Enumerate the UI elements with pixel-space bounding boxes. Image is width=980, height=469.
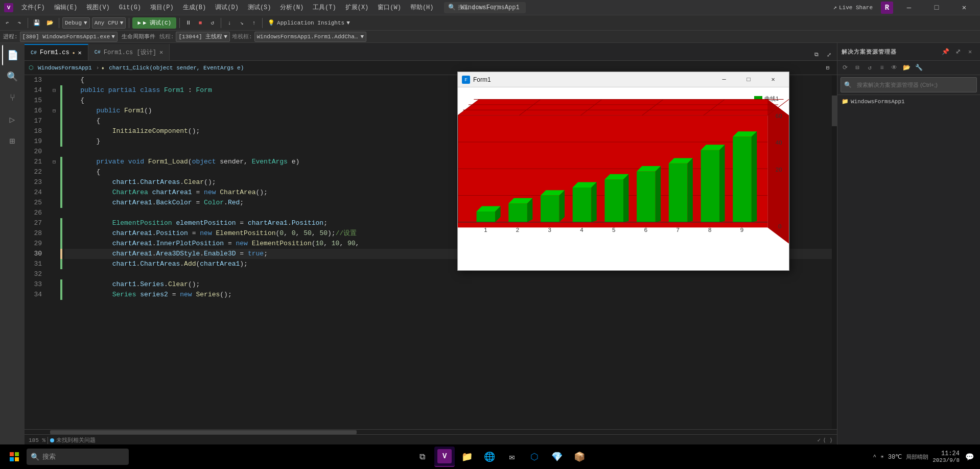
live-share-button[interactable]: ↗ Live Share xyxy=(829,3,877,12)
app-icon: V xyxy=(4,3,13,12)
menu-file[interactable]: 文件(F) xyxy=(17,2,49,13)
method-dropdown[interactable]: chart1_Click(object sender, EventArgs e) xyxy=(107,64,246,72)
stop-button[interactable]: ■ xyxy=(195,17,205,29)
menu-help[interactable]: 帮助(H) xyxy=(406,2,438,13)
chart-svg: 60 40 20 0 xyxy=(458,87,789,266)
weather-desc: 局部晴朗 xyxy=(906,453,928,461)
refresh-button[interactable]: ↺ xyxy=(864,62,875,74)
debug-config-dropdown[interactable]: Debug ▼ xyxy=(62,17,90,29)
class-dropdown[interactable]: WindowsFormsApp1 xyxy=(36,64,94,72)
lifecycle-button[interactable]: 生命周期事件 xyxy=(120,33,157,40)
undo-button[interactable]: ↶ xyxy=(2,17,12,29)
menu-test[interactable]: 测试(S) xyxy=(244,2,275,13)
x-label-2: 2 xyxy=(516,227,519,233)
devenv-taskbar-icon[interactable]: 💎 xyxy=(547,447,567,467)
search-activity-icon[interactable]: 🔍 xyxy=(2,66,22,87)
tab-designer-close[interactable]: ✕ xyxy=(159,49,163,56)
system-tray-expand[interactable]: ^ xyxy=(873,454,877,460)
notification-center-button[interactable]: 💬 xyxy=(964,451,976,463)
panel-unpin-button[interactable]: 📌 xyxy=(940,46,951,57)
maximize-editor-button[interactable]: ⤢ xyxy=(824,49,834,60)
taskbar-search[interactable]: 🔍 搜索 xyxy=(27,449,129,465)
run-activity-icon[interactable]: ▷ xyxy=(2,109,22,130)
step-over-button[interactable]: ↓ xyxy=(224,17,235,29)
form1-minimize-button[interactable]: — xyxy=(712,74,736,86)
collapse-button[interactable]: ⊟ xyxy=(852,62,863,74)
redo-button[interactable]: ↷ xyxy=(14,17,25,29)
extensions-icon[interactable]: ⊞ xyxy=(2,131,22,151)
gutter-24 xyxy=(50,187,58,198)
gutter-21[interactable]: ⊟ xyxy=(50,157,58,167)
task-view-icon[interactable]: ⧉ xyxy=(412,447,432,467)
minimap-scrollbar[interactable] xyxy=(832,75,837,429)
gutter-16[interactable]: ⊟ xyxy=(50,106,58,116)
restart-button[interactable]: ↺ xyxy=(207,17,218,29)
maximize-button[interactable]: □ xyxy=(925,0,948,15)
horizontal-scrollbar[interactable] xyxy=(25,429,837,434)
panel-maximize-button[interactable]: ⤢ xyxy=(952,46,964,57)
search-box[interactable]: 🔍 xyxy=(841,77,977,92)
form1-close-button[interactable]: ✕ xyxy=(761,74,785,86)
run-button[interactable]: ▶ ▶ 调试(C) xyxy=(132,17,176,29)
close-button[interactable]: ✕ xyxy=(952,0,976,15)
tab-close-icon[interactable]: ✕ xyxy=(78,49,81,57)
x-label-1: 1 xyxy=(484,227,487,233)
properties-button[interactable]: 🔧 xyxy=(913,62,924,74)
form1-preview-window[interactable]: F Form1 — □ ✕ 曲线1 xyxy=(457,72,789,271)
collapse-all-button[interactable]: ⊟ xyxy=(823,62,833,74)
pkg-taskbar-icon[interactable]: 📦 xyxy=(569,447,590,467)
nav-arrows[interactable]: ⟨ ⟩ xyxy=(823,437,833,443)
vscode-taskbar-icon[interactable]: ⬡ xyxy=(524,447,545,467)
scrollbar-thumb[interactable] xyxy=(50,430,357,434)
menu-git[interactable]: Git(G) xyxy=(115,3,145,12)
start-button[interactable] xyxy=(4,447,25,467)
filter-button[interactable]: ≡ xyxy=(876,62,888,74)
menu-edit[interactable]: 编辑(E) xyxy=(50,2,82,13)
editor-actions: ⧉ ⤢ xyxy=(811,49,837,60)
gutter-22 xyxy=(50,167,58,177)
panel-close-button[interactable]: ✕ xyxy=(965,46,976,57)
bar-4-right xyxy=(591,182,596,222)
vs-taskbar-icon[interactable]: V xyxy=(434,447,455,467)
menu-view[interactable]: 视图(V) xyxy=(82,2,114,13)
line-num-32: 32 xyxy=(25,269,46,279)
show-all-button[interactable]: 👁 xyxy=(889,62,900,74)
solution-root[interactable]: 📁 WindowsFormsApp1 xyxy=(837,97,980,106)
menu-window[interactable]: 窗口(W) xyxy=(374,2,405,13)
open-folder-button[interactable]: 📂 xyxy=(901,62,912,74)
minimize-button[interactable]: — xyxy=(897,0,921,15)
menu-project[interactable]: 项目(P) xyxy=(146,2,178,13)
platform-dropdown[interactable]: Any CPU ▼ xyxy=(92,17,126,29)
step-out-button[interactable]: ↑ xyxy=(249,17,259,29)
step-into-button[interactable]: ↘ xyxy=(237,17,247,29)
zoom-level[interactable]: 185 % xyxy=(29,437,45,443)
menu-analyze[interactable]: 分析(N) xyxy=(276,2,308,13)
form1-maximize-button[interactable]: □ xyxy=(737,74,760,86)
gutter-28 xyxy=(50,228,58,239)
tab-icon-designer: C# xyxy=(95,50,101,55)
save-button[interactable]: 💾 xyxy=(31,17,42,29)
menu-build[interactable]: 生成(B) xyxy=(179,2,211,13)
pause-button[interactable]: ⏸ xyxy=(183,17,193,29)
open-button[interactable]: 📂 xyxy=(44,17,56,29)
menu-debug[interactable]: 调试(D) xyxy=(211,2,243,13)
app-insights-button[interactable]: 💡 Application Insights ▼ xyxy=(266,17,352,29)
edge-taskbar-icon[interactable]: 🌐 xyxy=(479,447,500,467)
explorer-icon[interactable]: 📄 xyxy=(2,45,22,65)
menu-extensions[interactable]: 扩展(X) xyxy=(341,2,373,13)
thread-dropdown[interactable]: [13044] 主线程 ▼ xyxy=(176,32,229,42)
explorer-taskbar-icon[interactable]: 📁 xyxy=(457,447,477,467)
stack-dropdown[interactable]: WindowsFormsApp1.Form1.AddChart... ▼ xyxy=(254,32,367,42)
mail-taskbar-icon[interactable]: ✉ xyxy=(502,447,522,467)
tab-form1cs[interactable]: C# Form1.cs ● ✕ xyxy=(25,44,88,60)
gutter-14[interactable]: ⊟ xyxy=(50,85,58,96)
tab-form1designer[interactable]: C# Form1.cs [设计] ✕ xyxy=(88,44,170,60)
menu-tools[interactable]: 工具(T) xyxy=(309,2,340,13)
solution-search-input[interactable] xyxy=(854,79,973,91)
account-icon[interactable]: R xyxy=(881,2,893,14)
process-dropdown[interactable]: [380] WindowsFormsApp1.exe ▼ xyxy=(20,32,118,42)
clock[interactable]: 11:24 2023/9/8 xyxy=(932,450,960,463)
git-icon[interactable]: ⑂ xyxy=(2,88,22,108)
split-editor-button[interactable]: ⧉ xyxy=(811,49,822,60)
sync-button[interactable]: ⟳ xyxy=(839,62,851,74)
